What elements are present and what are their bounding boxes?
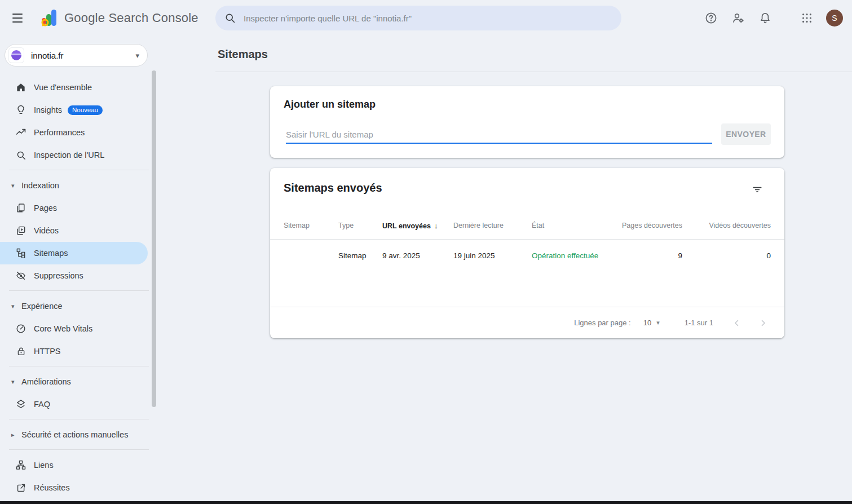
add-sitemap-title: Ajouter un sitemap xyxy=(284,99,376,110)
cell-url-submitted: 9 avr. 2025 xyxy=(382,251,453,260)
chevron-down-icon: ▾ xyxy=(135,51,139,60)
layers-icon xyxy=(15,399,27,410)
column-header-status[interactable]: État xyxy=(532,222,609,229)
open-in-new-icon xyxy=(15,483,27,493)
sidebar-item-performances[interactable]: Performances xyxy=(0,121,148,144)
sidebar-item-insights[interactable]: Insights Nouveau xyxy=(0,99,148,121)
page-title: Sitemaps xyxy=(218,48,268,61)
sidebar-item-suppressions[interactable]: Suppressions xyxy=(0,264,148,287)
submitted-sitemaps-title: Sitemaps envoyés xyxy=(284,182,382,194)
new-badge: Nouveau xyxy=(68,105,103,115)
table-header-row: Sitemap Type URL envoyées↓ Dernière lect… xyxy=(284,212,771,239)
google-search-console-app: Google Search Console xyxy=(0,0,852,504)
cell-status: Opération effectuée xyxy=(532,251,609,260)
table-row[interactable]: Sitemap 9 avr. 2025 19 juin 2025 Opérati… xyxy=(284,240,771,271)
sidebar-item-faq[interactable]: FAQ xyxy=(0,393,148,415)
property-selector[interactable]: innotia.fr ▾ xyxy=(5,44,148,67)
column-header-pages-discovered[interactable]: Pages découvertes xyxy=(609,222,682,229)
eye-off-icon xyxy=(15,270,27,281)
sitemap-tree-icon xyxy=(15,247,27,259)
next-page-button[interactable] xyxy=(756,316,770,330)
sitemap-url-input[interactable] xyxy=(286,126,712,144)
top-bar-actions: S xyxy=(695,0,843,36)
cell-type: Sitemap xyxy=(338,251,382,260)
divider xyxy=(9,419,149,419)
sidebar-item-pages[interactable]: Pages xyxy=(0,197,148,219)
rows-per-page-label: Lignes par page : xyxy=(574,319,630,327)
chevron-down-icon: ▾ xyxy=(11,182,17,189)
sidebar-item-overview[interactable]: Vue d'ensemble xyxy=(0,76,148,99)
cell-pages-discovered: 9 xyxy=(609,251,682,260)
search-icon xyxy=(224,12,236,24)
chevron-down-icon: ▾ xyxy=(11,378,17,386)
search-icon xyxy=(15,150,27,161)
sidebar-section-ameliorations[interactable]: ▾ Améliorations xyxy=(0,370,148,393)
pages-icon xyxy=(15,202,27,214)
chevron-down-icon: ▾ xyxy=(11,303,17,310)
sidebar-item-links[interactable]: Liens xyxy=(0,454,148,476)
sidebar-item-core-web-vitals[interactable]: Core Web Vitals xyxy=(0,317,148,340)
sort-descending-icon: ↓ xyxy=(434,222,438,230)
divider xyxy=(9,449,149,450)
search-input[interactable] xyxy=(244,14,582,23)
column-header-last-read[interactable]: Dernière lecture xyxy=(453,222,532,229)
add-sitemap-card: Ajouter un sitemap ENVOYER xyxy=(270,86,784,158)
sidebar-item-https[interactable]: HTTPS xyxy=(0,340,148,362)
user-settings-button[interactable] xyxy=(727,7,749,29)
submit-sitemap-button[interactable]: ENVOYER xyxy=(721,123,771,145)
divider xyxy=(215,72,852,72)
column-header-videos-discovered[interactable]: Vidéos découvertes xyxy=(682,222,771,229)
pagination-range: 1-1 sur 1 xyxy=(685,319,713,327)
property-domain: innotia.fr xyxy=(31,51,135,60)
bell-icon xyxy=(758,11,772,25)
user-gear-icon xyxy=(731,11,745,25)
lock-icon xyxy=(15,346,27,357)
divider xyxy=(9,290,149,291)
window-bottom-edge xyxy=(0,501,852,504)
cell-videos-discovered: 0 xyxy=(682,251,771,260)
video-library-icon xyxy=(15,225,27,236)
sidebar-item-sitemaps[interactable]: Sitemaps xyxy=(0,242,148,264)
property-favicon xyxy=(8,47,24,63)
sidebar-item-videos[interactable]: Vidéos xyxy=(0,219,148,242)
help-icon xyxy=(704,11,718,25)
rows-per-page-select[interactable]: 10 ▾ xyxy=(643,319,660,327)
sidebar-section-experience[interactable]: ▾ Expérience xyxy=(0,295,148,317)
speedometer-icon xyxy=(15,323,27,334)
chevron-right-icon: ▸ xyxy=(11,431,17,439)
table-pagination: Lignes par page : 10 ▾ 1-1 sur 1 xyxy=(270,307,784,338)
account-avatar[interactable]: S xyxy=(826,10,843,26)
sidebar-item-achievements[interactable]: Réussites xyxy=(0,476,148,499)
apps-grid-icon xyxy=(801,12,813,24)
url-inspection-search-bar[interactable] xyxy=(215,6,621,30)
notifications-button[interactable] xyxy=(754,7,776,29)
divider xyxy=(9,366,149,366)
google-apps-button[interactable] xyxy=(796,7,818,29)
column-header-url-submitted[interactable]: URL envoyées↓ xyxy=(382,222,453,230)
search-console-logo-icon xyxy=(41,9,58,27)
previous-page-button[interactable] xyxy=(730,316,744,330)
help-button[interactable] xyxy=(700,7,722,29)
chevron-left-icon xyxy=(732,318,742,328)
column-header-type[interactable]: Type xyxy=(338,222,382,229)
chevron-right-icon xyxy=(758,318,768,328)
hamburger-menu-button[interactable] xyxy=(12,11,27,25)
link-tree-icon xyxy=(15,459,27,471)
home-icon xyxy=(15,82,27,93)
sidebar-section-security[interactable]: ▸ Sécurité et actions manuelles xyxy=(0,423,148,446)
sidebar: innotia.fr ▾ Vue d'ensemble Insights Nou… xyxy=(0,36,158,501)
divider xyxy=(9,170,149,170)
trending-up-icon xyxy=(15,127,27,138)
submitted-sitemaps-card: Sitemaps envoyés Sitemap Type URL envoyé… xyxy=(270,168,784,338)
sidebar-scrollbar[interactable] xyxy=(152,70,156,407)
sidebar-item-url-inspection[interactable]: Inspection de l'URL xyxy=(0,144,148,166)
chevron-down-icon: ▾ xyxy=(656,319,660,326)
column-header-sitemap[interactable]: Sitemap xyxy=(284,222,338,229)
sidebar-section-indexation[interactable]: ▾ Indexation xyxy=(0,174,148,197)
product-title: Google Search Console xyxy=(64,11,198,25)
top-bar: Google Search Console xyxy=(0,0,852,36)
lightbulb-icon xyxy=(15,104,27,116)
cell-last-read: 19 juin 2025 xyxy=(453,251,532,260)
filter-icon xyxy=(752,184,763,195)
filter-button[interactable] xyxy=(749,182,765,197)
